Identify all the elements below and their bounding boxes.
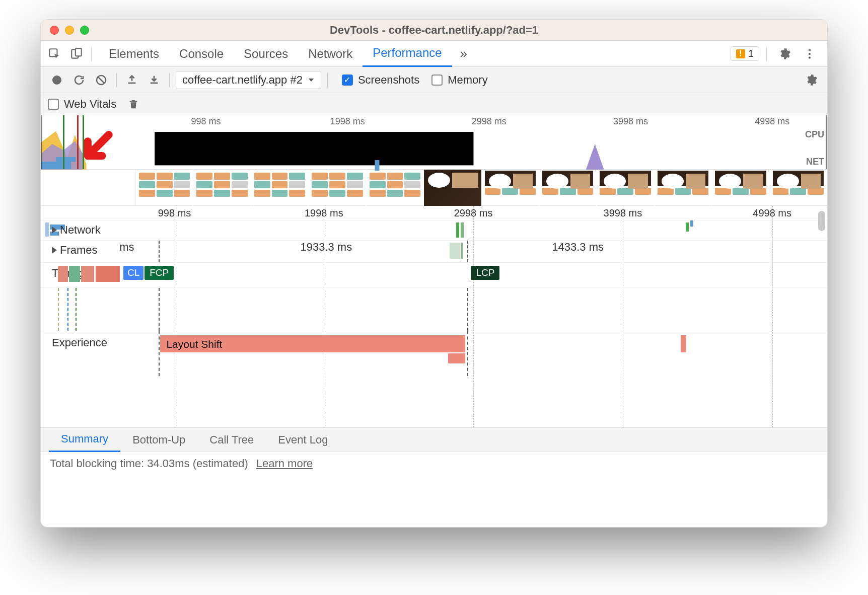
capture-settings-icon[interactable] bbox=[802, 71, 820, 89]
more-tabs-button[interactable]: » bbox=[453, 46, 474, 61]
filmstrip-frame bbox=[597, 170, 654, 206]
flamechart-panel[interactable]: 998 ms 1998 ms 2998 ms 3998 ms 4998 ms N… bbox=[41, 206, 827, 427]
issues-count: 1 bbox=[748, 48, 754, 59]
overview-marker-green-2 bbox=[83, 115, 84, 169]
minimize-window-button[interactable] bbox=[65, 26, 74, 35]
timing-block[interactable] bbox=[96, 266, 120, 282]
window-title: DevTools - coffee-cart.netlify.app/?ad=1 bbox=[41, 24, 827, 37]
timing-lcp-marker[interactable]: LCP bbox=[471, 266, 499, 280]
cpu-overview-track bbox=[41, 127, 800, 156]
timing-fcp-marker[interactable]: FCP bbox=[144, 266, 174, 280]
filmstrip[interactable] bbox=[41, 170, 827, 206]
tab-call-tree[interactable]: Call Tree bbox=[197, 428, 266, 452]
disclosure-triangle-icon bbox=[52, 247, 57, 254]
overview-ruler: 998 ms 1998 ms 2998 ms 3998 ms 4998 ms bbox=[41, 115, 827, 127]
status-bar: Total blocking time: 34.03ms (estimated)… bbox=[41, 452, 827, 475]
layout-shift-bar[interactable]: Layout Shift bbox=[160, 335, 465, 352]
garbage-collect-button[interactable] bbox=[124, 95, 142, 113]
tab-console[interactable]: Console bbox=[169, 41, 234, 67]
frame-marker[interactable] bbox=[450, 243, 460, 259]
tab-event-log[interactable]: Event Log bbox=[266, 428, 340, 452]
titlebar: DevTools - coffee-cart.netlify.app/?ad=1 bbox=[41, 20, 827, 41]
close-window-button[interactable] bbox=[50, 26, 59, 35]
tab-bottom-up[interactable]: Bottom-Up bbox=[120, 428, 197, 452]
network-event[interactable] bbox=[456, 222, 459, 238]
timing-block[interactable] bbox=[58, 266, 68, 282]
svg-point-6 bbox=[52, 76, 61, 85]
frame-marker[interactable] bbox=[461, 243, 463, 259]
more-menu-icon[interactable] bbox=[799, 43, 820, 64]
blocking-time-text: Total blocking time: 34.03ms (estimated) bbox=[50, 457, 248, 470]
settings-icon[interactable] bbox=[774, 43, 795, 64]
tab-elements[interactable]: Elements bbox=[99, 41, 169, 67]
filmstrip-frame bbox=[539, 170, 597, 206]
save-profile-button[interactable] bbox=[145, 71, 163, 89]
filmstrip-frame bbox=[424, 170, 481, 206]
checkbox-icon bbox=[48, 99, 59, 110]
tab-summary[interactable]: Summary bbox=[49, 428, 120, 452]
filmstrip-frame bbox=[251, 170, 309, 206]
svg-point-3 bbox=[809, 49, 811, 51]
profile-selector[interactable]: coffee-cart.netlify.app #2 bbox=[176, 71, 321, 89]
filmstrip-frame bbox=[770, 170, 827, 206]
memory-checkbox[interactable]: Memory bbox=[423, 73, 487, 87]
timings-track[interactable]: Timings CL FCP LCP bbox=[41, 262, 827, 287]
svg-point-4 bbox=[809, 52, 811, 54]
layout-shift-bar-2[interactable] bbox=[448, 353, 465, 363]
svg-point-5 bbox=[809, 56, 811, 58]
device-toolbar-icon[interactable] bbox=[66, 43, 87, 64]
network-event[interactable] bbox=[686, 222, 689, 232]
devtools-window: DevTools - coffee-cart.netlify.app/?ad=1… bbox=[40, 19, 828, 528]
filmstrip-frame bbox=[482, 170, 539, 206]
flamechart-ruler: 998 ms 1998 ms 2998 ms 3998 ms 4998 ms bbox=[41, 206, 827, 220]
frames-track-header[interactable]: Frames bbox=[52, 244, 98, 257]
performance-toolbar-2: Web Vitals bbox=[41, 93, 827, 115]
tab-network[interactable]: Network bbox=[298, 41, 363, 67]
record-button[interactable] bbox=[48, 71, 66, 89]
chevron-down-icon bbox=[308, 77, 315, 84]
timing-block[interactable] bbox=[81, 266, 94, 282]
panel-tabs: Elements Console Sources Network Perform… bbox=[99, 41, 452, 67]
layout-shift-bar-3[interactable] bbox=[681, 335, 686, 352]
learn-more-link[interactable]: Learn more bbox=[256, 457, 313, 470]
performance-toolbar: coffee-cart.netlify.app #2 ✓ Screenshots… bbox=[41, 67, 827, 93]
filmstrip-frame bbox=[193, 170, 251, 206]
overview-minimap[interactable]: 998 ms 1998 ms 2998 ms 3998 ms 4998 ms C… bbox=[41, 115, 827, 170]
overview-marker-red bbox=[77, 115, 79, 169]
net-label: NET bbox=[806, 157, 824, 167]
network-event[interactable] bbox=[690, 220, 693, 227]
frames-track[interactable]: Frames ms 1933.3 ms 1433.3 ms bbox=[41, 240, 827, 262]
web-vitals-checkbox[interactable]: Web Vitals bbox=[48, 98, 116, 111]
filmstrip-frame bbox=[309, 170, 366, 206]
overview-marker-green bbox=[63, 115, 64, 169]
memory-label: Memory bbox=[448, 73, 487, 87]
web-vitals-label: Web Vitals bbox=[64, 98, 116, 111]
issues-badge[interactable]: ! 1 bbox=[731, 46, 759, 61]
experience-track[interactable]: Experience Layout Shift bbox=[41, 331, 827, 376]
tab-performance[interactable]: Performance bbox=[363, 41, 452, 67]
tab-sources[interactable]: Sources bbox=[234, 41, 298, 67]
details-tabs: Summary Bottom-Up Call Tree Event Log bbox=[41, 427, 827, 452]
timing-block[interactable] bbox=[69, 266, 80, 282]
maximize-window-button[interactable] bbox=[80, 26, 89, 35]
inspect-element-icon[interactable] bbox=[44, 43, 65, 64]
filmstrip-frame bbox=[367, 170, 424, 206]
svg-rect-12 bbox=[56, 157, 76, 162]
experience-label: Experience bbox=[52, 336, 107, 349]
timing-cl-marker[interactable]: CL bbox=[123, 266, 143, 280]
network-event[interactable] bbox=[461, 222, 464, 238]
load-profile-button[interactable] bbox=[123, 71, 141, 89]
filmstrip-frame bbox=[655, 170, 712, 206]
svg-rect-13 bbox=[375, 160, 379, 171]
filmstrip-frame bbox=[712, 170, 769, 206]
svg-rect-8 bbox=[128, 82, 136, 84]
screenshots-checkbox[interactable]: ✓ Screenshots bbox=[334, 73, 419, 87]
network-track-header[interactable]: Network bbox=[52, 224, 101, 237]
checkbox-checked-icon: ✓ bbox=[342, 75, 353, 86]
disclosure-triangle-icon bbox=[52, 227, 57, 234]
reload-record-button[interactable] bbox=[70, 71, 88, 89]
scrollbar[interactable] bbox=[818, 206, 825, 427]
clear-button[interactable] bbox=[92, 71, 110, 89]
network-track[interactable]: Network bbox=[41, 220, 827, 240]
empty-track bbox=[41, 287, 827, 331]
